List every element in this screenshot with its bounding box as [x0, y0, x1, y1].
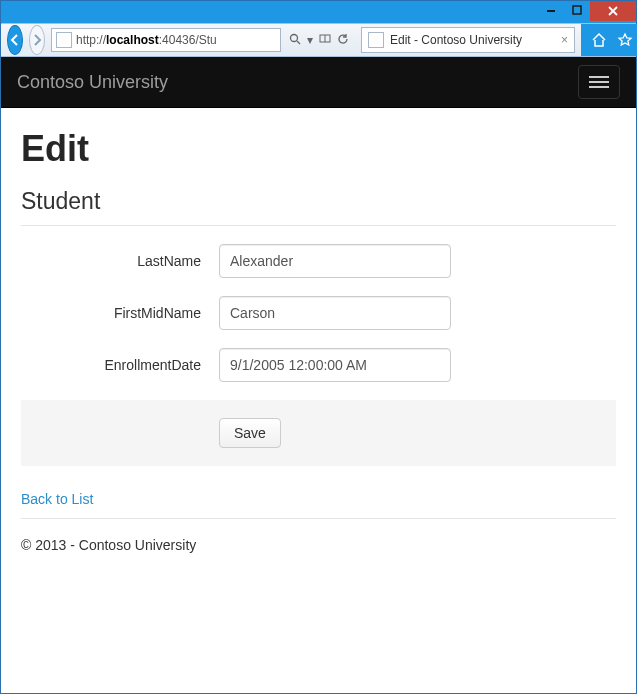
- page-subheading: Student: [21, 188, 616, 215]
- window-close-button[interactable]: [590, 1, 636, 21]
- browser-toolbar-right: [581, 24, 637, 56]
- tab-title: Edit - Contoso University: [390, 33, 522, 47]
- search-icon[interactable]: [289, 33, 301, 48]
- window-titlebar: [1, 1, 636, 23]
- svg-line-5: [297, 41, 300, 44]
- lastname-label: LastName: [21, 253, 219, 269]
- browser-tab[interactable]: Edit - Contoso University ×: [361, 27, 575, 53]
- browser-toolbar: http://localhost:40436/Stu ▾ Edit - Cont…: [1, 23, 636, 57]
- form-actions: Save: [21, 400, 616, 466]
- hamburger-bar-icon: [589, 86, 609, 88]
- refresh-icon[interactable]: [337, 33, 349, 48]
- hamburger-bar-icon: [589, 76, 609, 78]
- page-favicon-icon: [56, 32, 72, 48]
- window-maximize-button[interactable]: [564, 1, 590, 19]
- address-controls: ▾: [289, 33, 349, 48]
- firstmidname-label: FirstMidName: [21, 305, 219, 321]
- tab-close-icon[interactable]: ×: [561, 33, 568, 47]
- window-minimize-button[interactable]: [538, 1, 564, 19]
- address-url: http://localhost:40436/Stu: [76, 33, 217, 47]
- page-footer: © 2013 - Contoso University: [21, 537, 616, 553]
- ie-window: http://localhost:40436/Stu ▾ Edit - Cont…: [0, 0, 637, 694]
- form-row-lastname: LastName: [21, 244, 616, 278]
- form-row-enrollmentdate: EnrollmentDate: [21, 348, 616, 382]
- page-viewport: Contoso University Edit Student LastName…: [1, 57, 636, 693]
- back-link-row: Back to List: [21, 490, 616, 508]
- svg-point-4: [291, 34, 298, 41]
- firstmidname-input[interactable]: [219, 296, 451, 330]
- page-body: Edit Student LastName FirstMidName Enrol…: [1, 108, 636, 563]
- divider: [21, 225, 616, 226]
- tab-favicon-icon: [368, 32, 384, 48]
- navbar-toggle-button[interactable]: [578, 65, 620, 99]
- back-to-list-link[interactable]: Back to List: [21, 491, 93, 507]
- hamburger-bar-icon: [589, 81, 609, 83]
- form-row-firstmidname: FirstMidName: [21, 296, 616, 330]
- navbar-brand[interactable]: Contoso University: [17, 72, 168, 93]
- enrollmentdate-label: EnrollmentDate: [21, 357, 219, 373]
- enrollmentdate-input[interactable]: [219, 348, 451, 382]
- home-icon[interactable]: [591, 32, 607, 48]
- lastname-input[interactable]: [219, 244, 451, 278]
- address-bar[interactable]: http://localhost:40436/Stu: [51, 28, 281, 52]
- page-heading: Edit: [21, 128, 616, 170]
- svg-rect-1: [573, 6, 581, 14]
- address-dropdown-icon[interactable]: ▾: [307, 33, 313, 47]
- favorites-icon[interactable]: [617, 32, 633, 48]
- nav-forward-button[interactable]: [29, 25, 45, 55]
- nav-back-button[interactable]: [7, 25, 23, 55]
- compat-view-icon[interactable]: [319, 33, 331, 48]
- site-navbar: Contoso University: [1, 57, 636, 108]
- divider: [21, 518, 616, 519]
- save-button[interactable]: Save: [219, 418, 281, 448]
